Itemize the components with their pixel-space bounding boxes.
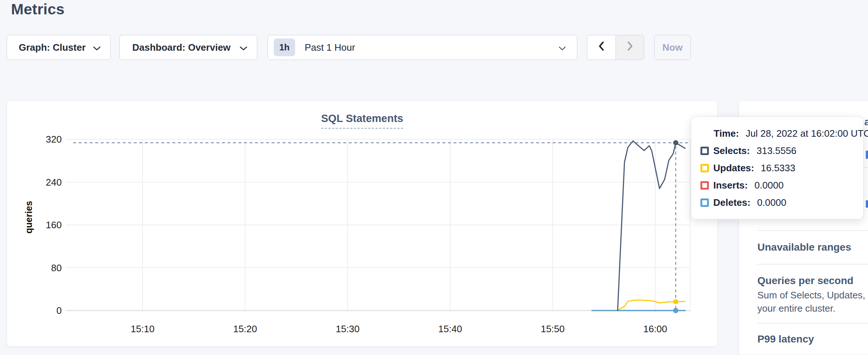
divider (757, 264, 868, 265)
divider (757, 230, 868, 231)
updates-series-swatch-icon (700, 164, 709, 172)
sql-statements-card: SQL Statements 08016024032015:1015:2015:… (7, 100, 718, 347)
tooltip-row-selects: Selects: 313.5556 (700, 144, 863, 157)
svg-text:160: 160 (46, 219, 62, 230)
svg-text:15:10: 15:10 (130, 323, 154, 334)
svg-text:320: 320 (46, 134, 62, 145)
tooltip-series-value: 16.5333 (761, 162, 795, 174)
svg-text:queries: queries (24, 201, 34, 234)
metrics-page: { "page": { "title": "Metrics", "backgro… (0, 0, 868, 355)
chevron-down-icon (240, 42, 247, 53)
svg-text:16:00: 16:00 (643, 323, 667, 334)
tooltip-series-label: Selects: (713, 145, 750, 157)
summary-heading-p99-latency: P99 latency (757, 333, 814, 345)
chevron-down-icon (93, 42, 101, 53)
tooltip-row-deletes: Deletes: 0.0000 (700, 196, 863, 209)
time-back-button[interactable] (587, 35, 616, 60)
time-range-label: Past 1 Hour (305, 42, 559, 53)
dashboard-dropdown[interactable]: Dashboard: Overview (119, 35, 257, 60)
clipped-heading-fragment: a (864, 116, 868, 128)
selects-series-swatch-icon (700, 147, 709, 155)
tooltip-time-label: Time: (714, 128, 739, 139)
chevron-right-icon (627, 41, 633, 54)
svg-text:80: 80 (51, 262, 62, 273)
tooltip-series-label: Deletes: (713, 197, 750, 208)
tooltip-time-row: Time: Jul 28, 2022 at 16:02:00 UTC (714, 127, 863, 140)
svg-text:240: 240 (46, 177, 62, 188)
time-forward-button[interactable] (616, 35, 644, 60)
page-title: Metrics (11, 1, 65, 18)
dashboard-label: Dashboard: Overview (132, 42, 230, 53)
chart-hover-tooltip: Time: Jul 28, 2022 at 16:02:00 UTC Selec… (691, 116, 864, 219)
svg-text:15:20: 15:20 (233, 323, 257, 334)
qps-description-line1: Sum of Selects, Updates, Inser (757, 290, 868, 301)
graph-scope-dropdown[interactable]: Graph: Cluster (7, 35, 111, 60)
clipped-link-fragment[interactable] (866, 200, 868, 208)
divider (757, 323, 868, 324)
chevron-down-icon (559, 42, 566, 53)
tooltip-series-value: 313.5556 (757, 145, 796, 157)
tooltip-series-label: Updates: (713, 162, 754, 174)
tooltip-row-updates: Updates: 16.5333 (700, 162, 863, 174)
tooltip-time-value: Jul 28, 2022 at 16:02:00 UTC (746, 128, 868, 139)
qps-description-line2: your entire cluster. (757, 303, 835, 314)
divider (864, 167, 868, 168)
chevron-left-icon (598, 41, 605, 54)
inserts-series-swatch-icon (700, 181, 709, 190)
tooltip-series-value: 0.0000 (757, 197, 786, 208)
time-range-selector[interactable]: 1h Past 1 Hour (268, 35, 577, 60)
tooltip-row-inserts: Inserts: 0.0000 (700, 179, 863, 191)
svg-text:15:40: 15:40 (438, 323, 462, 334)
svg-text:15:30: 15:30 (336, 323, 359, 334)
tooltip-series-value: 0.0000 (754, 180, 784, 191)
sql-statements-chart[interactable]: 08016024032015:1015:2015:3015:4015:5016:… (7, 101, 718, 347)
now-button[interactable]: Now (654, 35, 691, 60)
tooltip-series-label: Inserts: (713, 180, 748, 191)
summary-heading-unavailable-ranges: Unavailable ranges (757, 241, 851, 253)
deletes-series-swatch-icon (700, 198, 709, 207)
graph-scope-label: Graph: Cluster (19, 42, 86, 53)
summary-heading-qps: Queries per second (757, 275, 853, 287)
time-range-badge: 1h (274, 39, 295, 56)
time-nav-group (587, 35, 644, 60)
svg-text:0: 0 (57, 305, 62, 316)
clipped-link-fragment[interactable] (866, 151, 868, 159)
svg-text:15:50: 15:50 (541, 323, 564, 334)
